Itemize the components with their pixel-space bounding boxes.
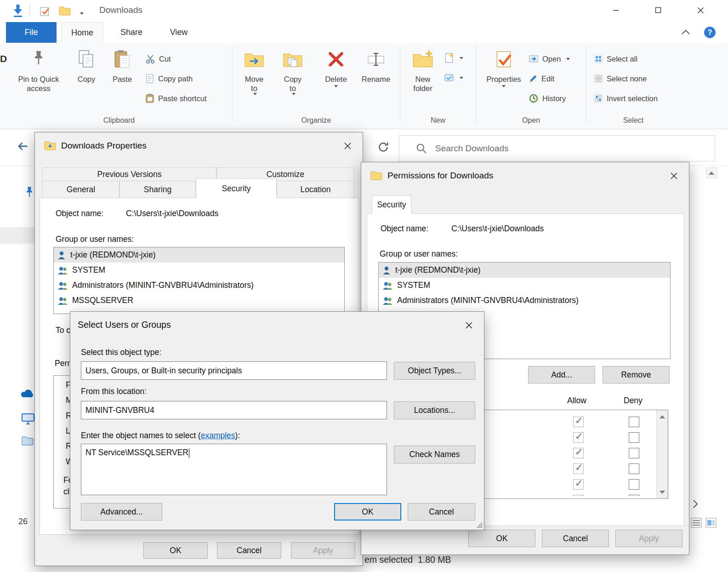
object-type-field[interactable]: Users, Groups, or Built-in security prin… xyxy=(81,361,387,380)
deny-checkbox[interactable] xyxy=(629,495,639,496)
select-ok-button[interactable]: OK xyxy=(334,503,401,521)
properties-ok-button[interactable]: OK xyxy=(143,542,208,559)
permissions-dialog-close-icon[interactable] xyxy=(659,163,688,189)
list-item-group[interactable]: SYSTEM xyxy=(54,263,344,278)
select-none-button[interactable]: Select none xyxy=(594,71,647,86)
refresh-icon[interactable] xyxy=(377,141,390,154)
list-item-user[interactable]: t-jxie (REDMOND\t-jxie) xyxy=(379,263,670,278)
collapse-ribbon-chevron-icon[interactable] xyxy=(681,29,690,35)
select-all-button[interactable]: Select all xyxy=(594,51,637,66)
allow-checkbox[interactable] xyxy=(573,448,584,458)
back-arrow-icon[interactable] xyxy=(16,139,30,154)
qat-folder-icon[interactable] xyxy=(59,6,71,16)
paste-shortcut-button[interactable]: Paste shortcut xyxy=(145,91,206,106)
close-button[interactable] xyxy=(686,0,715,20)
quick-access-pin-icon[interactable] xyxy=(23,186,36,200)
tab-share[interactable]: Share xyxy=(111,22,152,43)
list-item-group[interactable]: MSSQLSERVER xyxy=(54,293,344,308)
pane-expander-chevron-icon[interactable] xyxy=(692,499,699,509)
group-user-listbox[interactable]: t-jxie (REDMOND\t-jxie) SYSTEM Administr… xyxy=(53,247,345,314)
rename-button[interactable]: Rename xyxy=(358,46,394,114)
properties-cancel-button[interactable]: Cancel xyxy=(217,542,281,559)
search-input[interactable]: Search Downloads xyxy=(399,135,715,161)
location-field[interactable]: MININT-GNVBRU4 xyxy=(81,401,387,419)
select-dialog-titlebar[interactable]: Select Users or Groups xyxy=(70,312,484,337)
easy-access-split-button[interactable] xyxy=(444,70,463,85)
tab-location[interactable]: Location xyxy=(277,181,354,198)
resize-grip[interactable] xyxy=(476,521,483,528)
list-item-user[interactable]: t-jxie (REDMOND\t-jxie) xyxy=(54,247,344,263)
scroll-up-arrow[interactable] xyxy=(657,411,667,422)
deny-checkbox[interactable] xyxy=(629,417,639,427)
select-cancel-button[interactable]: Cancel xyxy=(408,503,475,521)
permissions-apply-button[interactable]: Apply xyxy=(615,530,682,547)
properties-button[interactable]: Properties xyxy=(483,46,524,114)
object-names-input[interactable]: NT Service\MSSQLSERVER xyxy=(81,444,387,495)
maximize-button[interactable] xyxy=(643,0,673,20)
copy-to-button[interactable]: Copy to xyxy=(277,46,309,114)
new-folder-button[interactable]: New folder xyxy=(406,46,439,114)
copy-path-button[interactable]: Copy path xyxy=(145,71,193,86)
help-icon[interactable] xyxy=(704,27,716,38)
properties-apply-button[interactable]: Apply xyxy=(291,542,355,559)
app-download-icon[interactable] xyxy=(12,4,24,17)
this-pc-monitor-icon[interactable] xyxy=(21,413,35,425)
list-item-group[interactable]: Administrators (MININT-GNVBRU4\Administr… xyxy=(379,293,670,308)
edit-button[interactable]: Edit xyxy=(529,71,554,86)
tab-file[interactable]: File xyxy=(6,22,57,43)
minimize-button[interactable] xyxy=(601,0,631,20)
tab-general[interactable]: General xyxy=(42,181,119,198)
allow-checkbox[interactable] xyxy=(573,432,584,443)
allow-checkbox[interactable] xyxy=(573,463,584,474)
tab-previous-versions[interactable]: Previous Versions xyxy=(42,167,216,181)
sidebar-folder-icon[interactable] xyxy=(21,436,34,446)
qat-properties-icon[interactable] xyxy=(40,6,51,17)
remove-button[interactable]: Remove xyxy=(603,366,670,383)
copy-button[interactable]: Copy xyxy=(70,46,103,114)
examples-link[interactable]: examples xyxy=(201,431,235,440)
details-view-icon[interactable] xyxy=(690,517,702,529)
deny-checkbox[interactable] xyxy=(629,479,639,490)
pin-to-quick-access-button[interactable]: Pin to Quick access xyxy=(11,46,66,114)
list-item-group[interactable]: Administrators (MININT-GNVBRU4\Administr… xyxy=(54,278,344,293)
tab-view[interactable]: View xyxy=(159,22,199,43)
invert-selection-button[interactable]: Invert selection xyxy=(594,91,658,106)
history-button[interactable]: History xyxy=(529,91,566,106)
allow-checkbox[interactable] xyxy=(573,495,584,496)
list-item-group[interactable]: SYSTEM xyxy=(379,278,670,293)
cut-button[interactable]: Cut xyxy=(145,51,171,66)
from-location-label: From this location: xyxy=(81,387,147,396)
check-names-button[interactable]: Check Names xyxy=(394,446,475,463)
add-button[interactable]: Add... xyxy=(528,366,595,383)
tab-security[interactable]: Security xyxy=(196,178,277,198)
permissions-dialog-titlebar[interactable]: Permissions for Downloads xyxy=(361,162,689,189)
new-item-split-button[interactable] xyxy=(444,51,463,65)
selected-sidebar-row-fragment[interactable] xyxy=(0,227,34,244)
scrollbar-up-arrow[interactable] xyxy=(706,167,717,178)
permissions-scrollbar[interactable] xyxy=(656,411,668,498)
open-button[interactable]: Open xyxy=(529,51,570,66)
tab-security-permissions[interactable]: Security xyxy=(372,195,411,214)
properties-dialog-titlebar[interactable]: Downloads Properties xyxy=(35,132,363,159)
scroll-down-arrow[interactable] xyxy=(657,486,667,498)
object-types-button[interactable]: Object Types... xyxy=(394,362,475,380)
deny-checkbox[interactable] xyxy=(629,432,639,443)
delete-button[interactable]: Delete xyxy=(319,46,353,114)
onedrive-cloud-icon[interactable] xyxy=(20,388,35,398)
allow-checkbox[interactable] xyxy=(573,479,584,490)
thumbnail-view-icon[interactable] xyxy=(705,517,717,529)
permissions-cancel-button[interactable]: Cancel xyxy=(542,530,609,547)
properties-dialog-close-icon[interactable] xyxy=(333,133,362,159)
advanced-button[interactable]: Advanced... xyxy=(81,503,162,521)
permissions-ok-button[interactable]: OK xyxy=(468,530,535,547)
deny-checkbox[interactable] xyxy=(629,463,639,474)
move-to-button[interactable]: Move to xyxy=(238,46,270,114)
tab-home[interactable]: Home xyxy=(61,22,103,43)
paste-button[interactable]: Paste xyxy=(107,46,138,114)
locations-button[interactable]: Locations... xyxy=(394,401,475,419)
qat-dropdown-caret-icon[interactable] xyxy=(78,9,84,17)
deny-checkbox[interactable] xyxy=(629,448,639,458)
tab-sharing[interactable]: Sharing xyxy=(119,181,196,198)
allow-checkbox[interactable] xyxy=(573,417,584,427)
select-dialog-close-icon[interactable] xyxy=(454,312,483,338)
